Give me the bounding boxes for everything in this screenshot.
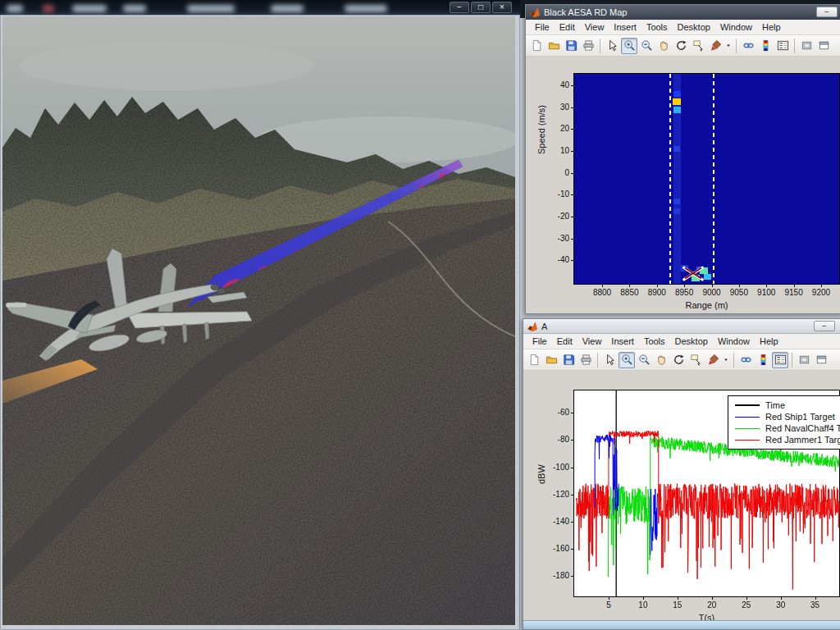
menu-item-tools[interactable]: Tools <box>639 335 670 348</box>
y-tick-label: -30 <box>558 234 569 243</box>
hide-plot-tools-icon[interactable] <box>796 352 812 368</box>
insert-colorbar-icon[interactable] <box>757 38 774 54</box>
y-tick-label: -20 <box>558 212 569 221</box>
window-title: Black AESA RD Map <box>544 7 628 17</box>
pan-hand-icon[interactable] <box>655 38 672 54</box>
menu-item-view[interactable]: View <box>578 335 607 348</box>
caret-down-icon[interactable] <box>724 38 733 54</box>
insert-legend-icon[interactable] <box>772 352 788 368</box>
y-tick-mark <box>571 495 574 495</box>
x-tick-mark <box>678 596 678 600</box>
insert-colorbar-icon[interactable] <box>755 352 771 368</box>
menu-item-help[interactable]: Help <box>755 335 783 348</box>
y-tick-label: -100 <box>553 463 569 472</box>
toolbar-separator <box>792 353 792 368</box>
sim-window-titlebar[interactable]: − □ × <box>0 0 520 15</box>
save-icon[interactable] <box>560 352 577 368</box>
brush-icon[interactable] <box>705 352 721 368</box>
a-figure-area: 5101520253035-60-80-100-120-140-160-180T… <box>523 371 840 629</box>
x-tick-label: 20 <box>696 600 728 609</box>
menu-item-help[interactable]: Help <box>757 21 786 34</box>
x-tick-mark <box>746 596 747 600</box>
legend-entry: Red NavalChaff4 Target <box>735 422 840 434</box>
print-icon[interactable] <box>578 352 594 368</box>
rd-window-titlebar[interactable]: Black AESA RD Map − <box>526 5 840 20</box>
brush-icon[interactable] <box>707 38 724 54</box>
hide-plot-tools-icon[interactable] <box>798 38 815 54</box>
x-tick-label: 25 <box>730 600 763 609</box>
target-range-column <box>673 74 681 284</box>
menu-item-desktop[interactable]: Desktop <box>670 335 713 348</box>
pointer-icon[interactable] <box>604 38 620 54</box>
y-tick-mark <box>571 468 574 468</box>
menu-item-insert[interactable]: Insert <box>609 21 641 34</box>
y-tick-label: -140 <box>553 517 569 526</box>
menu-item-view[interactable]: View <box>580 21 609 34</box>
signal-plot[interactable]: 5101520253035-60-80-100-120-140-160-180T… <box>573 390 840 597</box>
minimize-button[interactable]: − <box>816 7 838 17</box>
menu-item-window[interactable]: Window <box>713 335 755 348</box>
rd-plot[interactable]: 8800885089008950900090509100915092004030… <box>573 73 840 285</box>
rotate-3d-icon[interactable] <box>670 352 687 368</box>
minimize-button[interactable]: − <box>814 321 835 331</box>
link-plots-icon[interactable] <box>740 38 756 54</box>
print-icon[interactable] <box>580 38 596 54</box>
close-button[interactable]: × <box>492 2 512 13</box>
menu-item-tools[interactable]: Tools <box>641 21 673 34</box>
x-tick-mark <box>629 284 630 287</box>
x-tick-mark <box>739 284 740 287</box>
y-tick-label: -10 <box>558 189 569 199</box>
new-document-icon[interactable] <box>528 38 545 54</box>
menu-item-file[interactable]: File <box>527 335 552 348</box>
legend-entry: Time <box>735 399 840 411</box>
pan-hand-icon[interactable] <box>653 352 669 368</box>
caret-down-icon[interactable] <box>722 352 730 368</box>
x-tick-mark <box>712 596 713 600</box>
zoom-in-icon[interactable] <box>619 352 635 368</box>
maximize-button[interactable]: □ <box>471 2 491 13</box>
legend-label: Red NavalChaff4 Target <box>765 423 840 433</box>
menu-item-edit[interactable]: Edit <box>555 21 580 34</box>
menu-item-insert[interactable]: Insert <box>606 335 639 348</box>
x-tick-mark <box>712 284 713 287</box>
minimize-button[interactable]: − <box>450 2 469 13</box>
desktop: − □ × <box>0 0 840 630</box>
engine-nozzle <box>211 284 219 290</box>
menu-item-window[interactable]: Window <box>715 21 757 34</box>
pointer-icon[interactable] <box>601 352 618 368</box>
legend-line-sample <box>735 404 760 406</box>
legend-label: Red Jammer1 Target <box>765 435 840 445</box>
new-document-icon[interactable] <box>526 352 542 368</box>
menu-item-edit[interactable]: Edit <box>552 335 578 348</box>
y-tick-mark <box>571 576 574 577</box>
matlab-icon <box>529 7 541 18</box>
zoom-out-icon[interactable] <box>636 352 652 368</box>
rotate-3d-icon[interactable] <box>673 38 689 54</box>
x-tick-label: 5 <box>592 600 625 609</box>
legend-entry: Red Jammer1 Target <box>735 434 840 445</box>
open-folder-icon[interactable] <box>543 352 559 368</box>
a-menubar: FileEditViewInsertToolsDesktopWindowHelp <box>523 334 840 349</box>
menu-item-desktop[interactable]: Desktop <box>673 21 715 34</box>
dock-figure-icon[interactable] <box>813 352 829 368</box>
zoom-in-icon[interactable] <box>621 38 637 54</box>
sim-3d-viewport[interactable] <box>2 16 515 625</box>
link-plots-icon[interactable] <box>737 352 754 368</box>
blurred-titlebar-text <box>187 5 235 12</box>
a-window-bottom-border <box>523 620 840 629</box>
data-cursor-icon[interactable] <box>690 38 706 54</box>
save-icon[interactable] <box>563 38 579 54</box>
x-tick-mark <box>684 284 685 287</box>
data-cursor-icon[interactable] <box>687 352 704 368</box>
legend[interactable]: TimeRed Ship1 TargetRed NavalChaff4 Targ… <box>728 395 840 450</box>
insert-legend-icon[interactable] <box>774 38 791 54</box>
a-window-titlebar[interactable]: A − <box>523 319 840 334</box>
y-tick-mark <box>571 107 574 108</box>
open-folder-icon[interactable] <box>546 38 562 54</box>
y-tick-label: 0 <box>564 168 569 177</box>
a-toolbar <box>523 349 840 371</box>
menu-item-file[interactable]: File <box>530 21 555 34</box>
dock-figure-icon[interactable] <box>815 38 832 54</box>
zoom-out-icon[interactable] <box>638 38 655 54</box>
rd-toolbar <box>526 35 840 57</box>
